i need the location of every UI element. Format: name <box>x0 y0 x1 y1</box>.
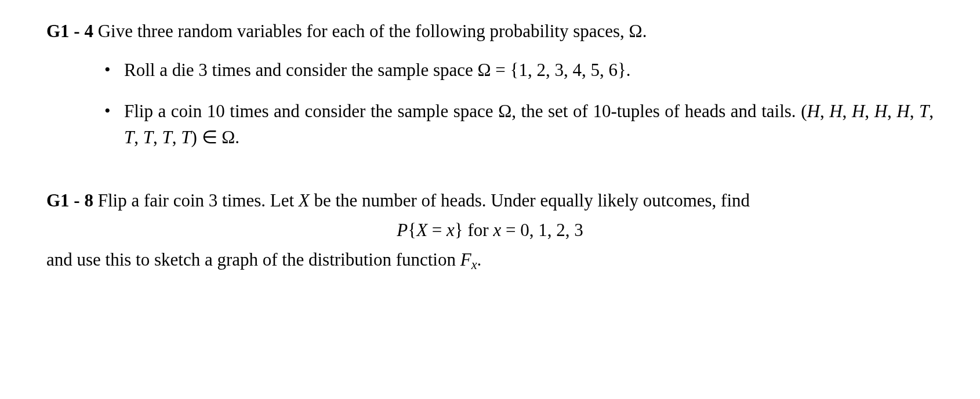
distribution-function-F: F <box>460 249 471 270</box>
text: for <box>463 220 493 240</box>
equation-pmf: P{X = x} for x = 0, 1, 2, 3 <box>46 217 934 244</box>
math-sample-space-die: Ω = {1, 2, 3, 4, 5, 6}. <box>478 60 631 80</box>
math-P-expr: P{X = x} <box>397 220 463 240</box>
problem-label-g1-4: G1 - 4 <box>46 21 93 41</box>
text: , the set of 10-tuples of heads and tail… <box>511 101 801 121</box>
bullet-item-1: Roll a die 3 times and consider the samp… <box>104 57 934 84</box>
text: Roll a die 3 times and consider the samp… <box>124 60 478 80</box>
text: Give three random variables for each of … <box>93 21 629 41</box>
bullet-item-2: Flip a coin 10 times and consider the sa… <box>104 99 934 151</box>
text: Flip a coin 10 times and consider the sa… <box>124 101 498 121</box>
bullet-list-g1-4: Roll a die 3 times and consider the samp… <box>46 57 934 151</box>
math-x-values: x = 0, 1, 2, 3 <box>493 220 583 240</box>
problem-g1-4: G1 - 4 Give three random variables for e… <box>46 19 934 151</box>
text: . <box>477 249 482 270</box>
variable-X: X <box>299 190 310 211</box>
text: Flip a fair coin 3 times. Let <box>93 190 299 211</box>
problem-g1-8: G1 - 8 Flip a fair coin 3 times. Let X b… <box>46 188 934 274</box>
problem-label-g1-8: G1 - 8 <box>46 190 93 211</box>
problem-g1-4-statement: G1 - 4 Give three random variables for e… <box>46 19 934 45</box>
omega-symbol: Ω. <box>629 21 647 41</box>
text: and use this to sketch a graph of the di… <box>46 249 460 270</box>
problem-g1-8-statement-line2: and use this to sketch a graph of the di… <box>46 247 934 274</box>
subscript-x: x <box>471 257 477 271</box>
problem-g1-8-statement-line1: G1 - 8 Flip a fair coin 3 times. Let X b… <box>46 188 934 214</box>
text: be the number of heads. Under equally li… <box>310 190 750 211</box>
omega-symbol: Ω <box>498 101 511 121</box>
